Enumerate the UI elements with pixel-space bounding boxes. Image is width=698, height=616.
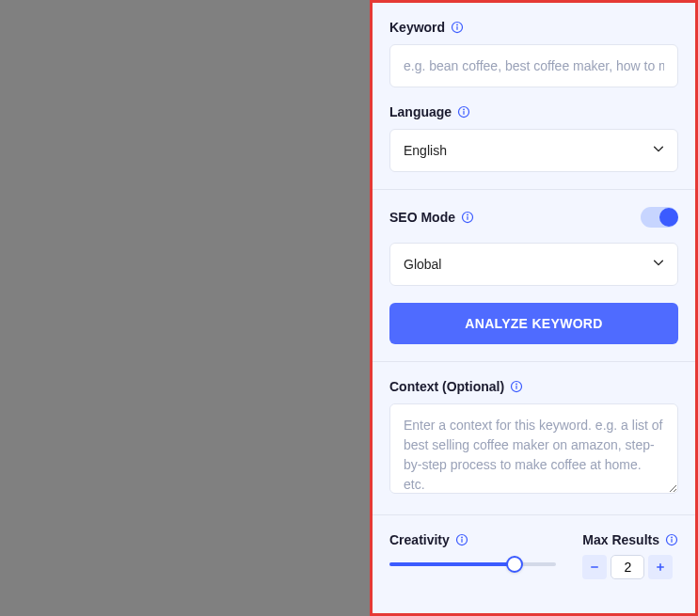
info-icon[interactable] (510, 380, 523, 393)
toggle-knob (659, 208, 678, 227)
keyword-label: Keyword (389, 20, 678, 35)
language-label-text: Language (389, 104, 452, 119)
info-icon[interactable] (461, 211, 474, 224)
context-section: Context (Optional) (373, 361, 695, 514)
settings-panel: Keyword Language English SEO Mode (370, 0, 698, 616)
max-results-col: Max Results (582, 532, 678, 579)
keyword-label-text: Keyword (389, 20, 445, 35)
creativity-label: Creativity (389, 532, 556, 547)
seo-mode-toggle[interactable] (641, 207, 678, 228)
svg-point-7 (467, 214, 468, 216)
seo-mode-label-text: SEO Mode (389, 210, 455, 225)
seo-scope-select[interactable]: Global (389, 243, 678, 286)
svg-rect-11 (516, 386, 516, 389)
max-results-stepper (582, 555, 678, 579)
info-icon[interactable] (455, 533, 468, 546)
increment-button[interactable] (648, 555, 673, 579)
language-select[interactable]: English (389, 129, 678, 172)
info-icon[interactable] (457, 105, 470, 118)
bottom-controls: Creativity Max Results (373, 514, 695, 602)
language-label: Language (389, 104, 678, 119)
svg-rect-20 (659, 563, 661, 571)
left-empty-panel (0, 0, 370, 616)
plus-icon (656, 562, 665, 572)
creativity-label-text: Creativity (389, 532, 450, 547)
svg-point-16 (671, 537, 673, 539)
seo-mode-label: SEO Mode (389, 210, 474, 225)
max-results-label-text: Max Results (582, 532, 659, 547)
seo-mode-section: SEO Mode Global ANALYZE KEYWORD (373, 189, 695, 361)
svg-rect-2 (457, 26, 458, 30)
context-textarea[interactable] (389, 403, 678, 494)
context-label-text: Context (Optional) (389, 379, 504, 394)
svg-rect-17 (671, 539, 672, 543)
svg-rect-8 (467, 216, 468, 220)
svg-rect-5 (464, 111, 465, 115)
svg-point-1 (456, 24, 458, 26)
creativity-slider[interactable] (389, 555, 556, 574)
context-label: Context (Optional) (389, 379, 678, 394)
slider-fill (389, 562, 515, 566)
analyze-keyword-button[interactable]: ANALYZE KEYWORD (389, 303, 678, 344)
info-icon[interactable] (451, 21, 464, 34)
svg-point-4 (463, 109, 465, 111)
slider-thumb[interactable] (506, 556, 523, 573)
info-icon[interactable] (665, 533, 678, 546)
max-results-label: Max Results (582, 532, 678, 547)
keyword-input[interactable] (389, 44, 678, 87)
decrement-button[interactable] (582, 555, 607, 579)
keyword-section: Keyword (373, 3, 695, 104)
svg-point-10 (516, 384, 517, 386)
svg-rect-18 (591, 566, 598, 568)
creativity-col: Creativity (389, 532, 556, 579)
minus-icon (590, 562, 599, 572)
svg-rect-14 (461, 539, 462, 543)
svg-point-13 (461, 537, 463, 539)
language-section: Language English (373, 104, 695, 189)
max-results-input[interactable] (611, 555, 644, 579)
